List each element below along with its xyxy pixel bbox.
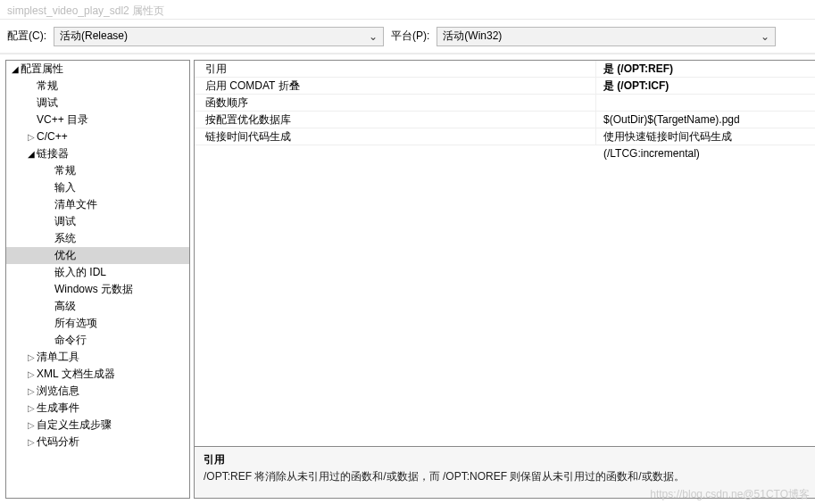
tree-label: 优化 (54, 247, 76, 264)
property-value[interactable]: 使用快速链接时间代码生成 (/LTCG:incremental) (596, 128, 815, 145)
arrow-down-icon: ◢ (26, 145, 37, 162)
tree-label: Windows 元数据 (54, 281, 133, 298)
tree-item[interactable]: 常规 (6, 78, 189, 95)
config-dropdown[interactable]: 活动(Release) ⌄ (54, 27, 384, 46)
sidebar: ◢配置属性常规调试VC++ 目录▷C/C++◢链接器常规输入清单文件调试系统优化… (5, 60, 190, 499)
description-pane: 引用 /OPT:REF 将消除从未引用过的函数和/或数据，而 /OPT:NORE… (195, 446, 815, 498)
arrow-down-icon: ◢ (10, 61, 21, 78)
tree-item[interactable]: 常规 (6, 162, 189, 179)
tree-item[interactable]: 高级 (6, 298, 189, 315)
description-title: 引用 (204, 452, 806, 467)
config-label: 配置(C): (7, 29, 46, 44)
tree-label: 浏览信息 (37, 383, 79, 400)
tree-label: 所有选项 (54, 315, 97, 332)
property-row[interactable]: 链接时间代码生成使用快速链接时间代码生成 (/LTCG:incremental) (195, 128, 815, 145)
tree-label: 配置属性 (21, 61, 63, 78)
tree-item[interactable]: ▷清单工具 (6, 349, 189, 366)
tree-label: 调试 (54, 213, 76, 230)
tree-label: 调试 (37, 95, 58, 112)
platform-label: 平台(P): (391, 29, 429, 44)
tree-label: 嵌入的 IDL (54, 264, 106, 281)
arrow-right-icon: ▷ (26, 434, 37, 450)
property-row[interactable]: 按配置优化数据库$(OutDir)$(TargetName).pgd (195, 112, 815, 128)
tree-label: VC++ 目录 (37, 112, 88, 128)
tree-label: 生成事件 (37, 400, 79, 417)
tree-label: C/C++ (37, 128, 68, 145)
tree-item[interactable]: 嵌入的 IDL (6, 264, 189, 281)
description-text: /OPT:REF 将消除从未引用过的函数和/或数据，而 /OPT:NOREF 则… (204, 469, 806, 484)
property-value[interactable]: 是 (/OPT:REF) (596, 61, 815, 77)
tree-item[interactable]: ▷自定义生成步骤 (6, 417, 189, 434)
property-name: 引用 (195, 61, 596, 77)
tree-label: 清单文件 (54, 196, 97, 213)
arrow-right-icon: ▷ (26, 417, 37, 434)
arrow-right-icon: ▷ (26, 128, 37, 145)
tree-item[interactable]: ◢链接器 (6, 145, 189, 162)
tree-label: 高级 (54, 298, 76, 315)
property-value[interactable]: $(OutDir)$(TargetName).pgd (596, 112, 815, 128)
arrow-right-icon: ▷ (26, 383, 37, 400)
chevron-down-icon: ⌄ (761, 30, 769, 43)
tree-view[interactable]: ◢配置属性常规调试VC++ 目录▷C/C++◢链接器常规输入清单文件调试系统优化… (6, 61, 189, 450)
tree-item[interactable]: ▷生成事件 (6, 400, 189, 417)
tree-item[interactable]: 清单文件 (6, 196, 189, 213)
tree-item[interactable]: ▷代码分析 (6, 434, 189, 450)
property-name: 链接时间代码生成 (195, 128, 596, 145)
tree-label: XML 文档生成器 (37, 366, 115, 383)
property-value[interactable]: 是 (/OPT:ICF) (596, 78, 815, 94)
tree-label: 系统 (54, 230, 76, 247)
platform-dropdown[interactable]: 活动(Win32) ⌄ (437, 27, 776, 46)
tree-label: 链接器 (37, 145, 69, 162)
property-name: 函数顺序 (195, 95, 596, 111)
property-row[interactable]: 启用 COMDAT 折叠是 (/OPT:ICF) (195, 78, 815, 95)
tree-label: 代码分析 (37, 434, 79, 450)
tree-label: 常规 (54, 162, 76, 179)
arrow-right-icon: ▷ (26, 400, 37, 417)
tree-item[interactable]: 调试 (6, 213, 189, 230)
tree-item[interactable]: 系统 (6, 230, 189, 247)
tree-root[interactable]: ◢配置属性 (6, 61, 189, 78)
tree-item[interactable]: 调试 (6, 95, 189, 112)
toolbar: 配置(C): 活动(Release) ⌄ 平台(P): 活动(Win32) ⌄ (0, 20, 815, 54)
property-name: 按配置优化数据库 (195, 112, 596, 128)
property-name: 启用 COMDAT 折叠 (195, 78, 596, 94)
config-value: 活动(Release) (60, 29, 128, 44)
main-area: ◢配置属性常规调试VC++ 目录▷C/C++◢链接器常规输入清单文件调试系统优化… (0, 54, 815, 504)
content-pane: 引用是 (/OPT:REF)启用 COMDAT 折叠是 (/OPT:ICF)函数… (194, 60, 815, 499)
property-row[interactable]: 引用是 (/OPT:REF) (195, 61, 815, 78)
chevron-down-icon: ⌄ (369, 30, 378, 43)
tree-item[interactable]: 优化 (6, 247, 189, 264)
tree-item[interactable]: ▷浏览信息 (6, 383, 189, 400)
tree-item[interactable]: VC++ 目录 (6, 112, 189, 128)
platform-value: 活动(Win32) (443, 29, 502, 44)
tree-label: 输入 (54, 179, 76, 196)
tree-label: 常规 (37, 78, 58, 95)
window-title: simplest_video_play_sdl2 属性页 (0, 0, 815, 20)
property-row[interactable]: 函数顺序 (195, 95, 815, 112)
tree-item[interactable]: 命令行 (6, 332, 189, 349)
property-grid[interactable]: 引用是 (/OPT:REF)启用 COMDAT 折叠是 (/OPT:ICF)函数… (195, 61, 815, 446)
property-value[interactable] (596, 95, 815, 111)
tree-item[interactable]: ▷C/C++ (6, 128, 189, 145)
tree-item[interactable]: 所有选项 (6, 315, 189, 332)
tree-label: 自定义生成步骤 (37, 417, 112, 434)
tree-label: 清单工具 (37, 349, 79, 366)
arrow-right-icon: ▷ (26, 349, 37, 366)
arrow-right-icon: ▷ (26, 366, 37, 383)
tree-item[interactable]: ▷XML 文档生成器 (6, 366, 189, 383)
tree-item[interactable]: 输入 (6, 179, 189, 196)
tree-label: 命令行 (54, 332, 87, 349)
tree-item[interactable]: Windows 元数据 (6, 281, 189, 298)
